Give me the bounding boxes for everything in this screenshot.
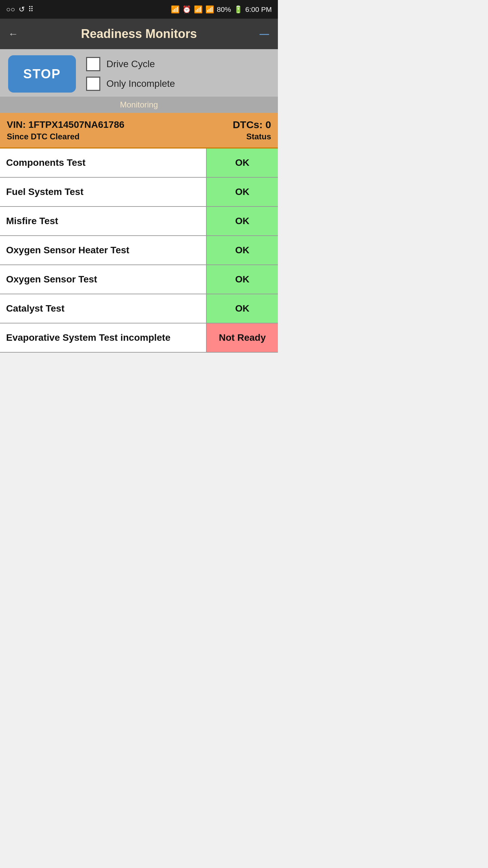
since-dtc-label: Since DTC Cleared — [7, 132, 80, 141]
monitor-status-cell: OK — [207, 294, 278, 323]
status-bar-right: 📶 ⏰ 📶 📶 80% 🔋 6:00 PM — [171, 5, 272, 14]
rotate-icon: ↺ — [19, 5, 25, 14]
only-incomplete-row: Only Incomplete — [86, 77, 175, 91]
only-incomplete-checkbox[interactable] — [86, 77, 100, 91]
monitor-status-cell: Not Ready — [207, 323, 278, 352]
app-header: ← Readiness Monitors — — [0, 19, 278, 49]
monitor-status-cell: OK — [207, 149, 278, 177]
monitor-name-cell: Components Test — [0, 149, 207, 177]
page-title: Readiness Monitors — [18, 27, 260, 41]
monitor-name-cell: Fuel System Test — [0, 178, 207, 206]
since-dtc-row: Since DTC Cleared Status — [7, 132, 271, 141]
monitor-name-cell: Evaporative System Test incomplete — [0, 323, 207, 352]
vin-header: VIN: 1FTPX14507NA61786 DTCs: 0 Since DTC… — [0, 113, 278, 149]
status-column-label: Status — [246, 132, 271, 141]
monitor-status-cell: OK — [207, 207, 278, 235]
battery-icon: 🔋 — [234, 5, 243, 14]
dtc-count: DTCs: 0 — [233, 119, 271, 131]
monitoring-label: Monitoring — [120, 100, 158, 109]
table-row: Oxygen Sensor Heater TestOK — [0, 236, 278, 265]
table-row: Oxygen Sensor TestOK — [0, 265, 278, 294]
only-incomplete-label: Only Incomplete — [106, 78, 175, 89]
monitor-table: Components TestOKFuel System TestOKMisfi… — [0, 149, 278, 353]
monitoring-bar: Monitoring — [0, 97, 278, 113]
monitor-name-cell: Oxygen Sensor Heater Test — [0, 236, 207, 264]
drive-cycle-label: Drive Cycle — [106, 59, 155, 70]
table-row: Components TestOK — [0, 149, 278, 178]
monitor-name-cell: Misfire Test — [0, 207, 207, 235]
table-row: Fuel System TestOK — [0, 178, 278, 207]
alarm-icon: ⏰ — [182, 5, 191, 14]
back-button[interactable]: ← — [8, 28, 18, 40]
monitor-name-cell: Catalyst Test — [0, 294, 207, 323]
battery-text: 80% — [217, 5, 231, 14]
drive-cycle-row: Drive Cycle — [86, 57, 175, 71]
vin-text: VIN: 1FTPX14507NA61786 — [7, 119, 124, 130]
status-bar-left: ○○ ↺ ⠿ — [6, 5, 34, 14]
signal-icon: 📶 — [205, 5, 214, 14]
table-row: Catalyst TestOK — [0, 294, 278, 323]
table-row: Evaporative System Test incompleteNot Re… — [0, 323, 278, 353]
status-bar: ○○ ↺ ⠿ 📶 ⏰ 📶 📶 80% 🔋 6:00 PM — [0, 0, 278, 19]
time-display: 6:00 PM — [245, 5, 272, 14]
controls-area: STOP Drive Cycle Only Incomplete — [0, 49, 278, 97]
monitor-status-cell: OK — [207, 236, 278, 264]
minimize-button[interactable]: — — [260, 28, 270, 39]
vin-row: VIN: 1FTPX14507NA61786 DTCs: 0 — [7, 119, 271, 131]
monitor-status-cell: OK — [207, 178, 278, 206]
table-row: Misfire TestOK — [0, 207, 278, 236]
checkboxes-area: Drive Cycle Only Incomplete — [86, 57, 175, 91]
monitor-status-cell: OK — [207, 265, 278, 294]
bluetooth-icon: 📶 — [171, 5, 180, 14]
monitor-name-cell: Oxygen Sensor Test — [0, 265, 207, 294]
notification-icons: ○○ — [6, 5, 15, 14]
drive-cycle-checkbox[interactable] — [86, 57, 100, 71]
stop-button[interactable]: STOP — [8, 55, 76, 93]
grid-icon: ⠿ — [28, 5, 34, 14]
wifi-icon: 📶 — [194, 5, 203, 14]
